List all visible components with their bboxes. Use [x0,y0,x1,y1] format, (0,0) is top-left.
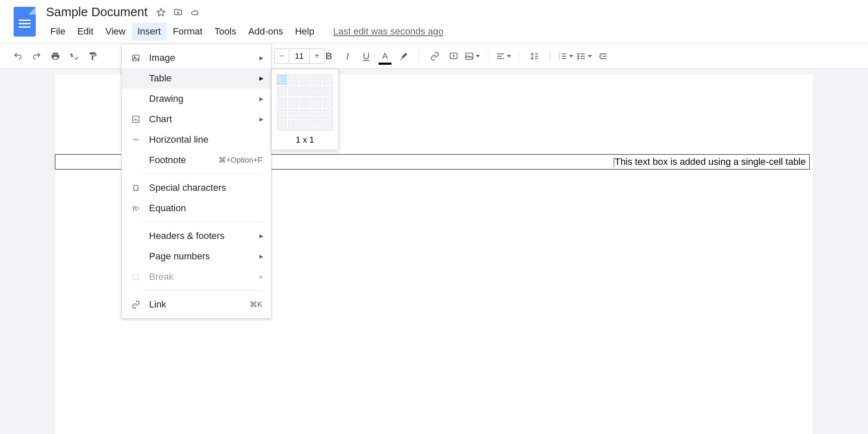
insert-headers-footers-item[interactable]: Headers & footers ▶ [122,226,271,246]
submenu-arrow-icon: ▶ [259,96,263,102]
app-header: Sample Document File Edit View Insert Fo… [0,0,868,44]
menu-divider [142,174,262,174]
picker-grid [277,75,333,131]
picker-cell[interactable] [300,121,310,131]
insert-horizontal-line-item[interactable]: Horizontal line [122,129,271,150]
decrease-indent-button[interactable] [595,49,611,64]
menu-label: Chart [149,114,262,125]
insert-page-numbers-item[interactable]: Page numbers ▶ [122,246,271,267]
insert-dropdown: Image ▶ Table ▶ Drawing ▶ Chart ▶ Horizo… [121,44,271,319]
picker-cell[interactable] [300,98,310,108]
bold-button[interactable]: B [321,49,336,64]
paint-format-button[interactable] [85,49,101,64]
spellcheck-button[interactable] [66,49,82,64]
menu-label: Equation [149,203,262,214]
picker-cell[interactable] [311,121,322,131]
menu-format[interactable]: Format [167,23,209,40]
chart-icon [130,115,141,124]
picker-cell[interactable] [288,109,299,119]
menu-help[interactable]: Help [289,23,320,40]
insert-equation-item[interactable]: π2 Equation [122,198,271,218]
picker-cell[interactable] [323,75,333,85]
picker-cell[interactable] [277,86,287,96]
undo-button[interactable] [10,49,26,64]
bulleted-list-button[interactable] [577,49,592,64]
picker-cell[interactable] [300,75,310,85]
align-button[interactable] [496,49,511,64]
print-button[interactable] [48,49,63,64]
italic-button[interactable]: I [340,49,355,64]
menu-label: Horizontal line [149,134,262,145]
svg-point-7 [578,55,579,57]
picker-cell[interactable] [323,98,333,108]
link-icon [130,300,141,309]
picker-cell[interactable] [277,121,287,131]
submenu-arrow-icon: ▶ [259,274,263,280]
insert-drawing-item[interactable]: Drawing ▶ [122,89,271,109]
picker-cell[interactable] [311,109,322,119]
svg-rect-12 [133,274,138,279]
picker-cell[interactable] [300,86,310,96]
picker-cell[interactable] [288,98,299,108]
font-size-value[interactable]: 11 [289,49,310,63]
move-icon[interactable] [172,7,184,18]
redo-button[interactable] [29,49,44,64]
insert-link-button[interactable] [427,49,443,64]
menu-label: Special characters [149,182,262,193]
title-row: Sample Document [44,4,443,20]
svg-text:3: 3 [559,57,560,60]
document-title[interactable]: Sample Document [44,4,149,20]
last-edit-link[interactable]: Last edit was seconds ago [333,23,443,40]
insert-image-item[interactable]: Image ▶ [122,48,271,68]
insert-link-item[interactable]: Link ⌘K [122,294,271,315]
picker-cell[interactable] [288,86,299,96]
insert-special-characters-item[interactable]: Ω Special characters [122,178,271,198]
menu-file[interactable]: File [44,23,71,40]
cloud-status-icon[interactable] [190,7,201,18]
picker-cell[interactable] [288,121,299,131]
numbered-list-button[interactable]: 123 [558,49,573,64]
menu-edit[interactable]: Edit [71,23,99,40]
menu-label: Drawing [149,93,262,104]
picker-cell[interactable] [323,121,333,131]
star-icon[interactable] [155,7,167,18]
insert-chart-item[interactable]: Chart ▶ [122,109,271,129]
picker-cell[interactable] [311,86,322,96]
textbox-content[interactable]: This text box is added using a single-ce… [615,156,806,167]
line-spacing-button[interactable] [527,49,542,64]
text-color-button[interactable]: A [377,49,393,64]
insert-table-item[interactable]: Table ▶ [122,68,271,89]
picker-cell[interactable] [277,75,287,85]
menubar: File Edit View Insert Format Tools Add-o… [44,23,443,40]
table-size-picker: 1 x 1 [271,69,339,150]
svg-marker-0 [157,8,164,15]
horizontal-line-icon [130,135,141,144]
break-icon [130,273,141,281]
menu-addons[interactable]: Add-ons [242,23,289,40]
add-comment-button[interactable] [446,49,461,64]
docs-logo-icon[interactable] [14,7,36,37]
picker-cell[interactable] [277,98,287,108]
picker-cell[interactable] [288,75,299,85]
insert-break-item: Break ▶ [122,267,271,287]
menu-tools[interactable]: Tools [208,23,242,40]
svg-point-8 [578,58,579,59]
picker-cell[interactable] [311,98,322,108]
picker-cell[interactable] [311,75,322,85]
submenu-arrow-icon: ▶ [259,55,263,61]
picker-cell[interactable] [300,109,310,119]
highlight-button[interactable] [396,49,411,64]
menu-view[interactable]: View [99,23,131,40]
menu-label: Page numbers [149,251,262,262]
image-icon [130,54,141,62]
font-size-decrease[interactable]: − [275,49,289,63]
shortcut-label: ⌘+Option+F [218,155,262,165]
insert-footnote-item[interactable]: Footnote ⌘+Option+F [122,150,271,170]
picker-cell[interactable] [277,109,287,119]
toolbar-divider [550,50,550,62]
picker-cell[interactable] [323,109,333,119]
underline-button[interactable]: U [359,49,374,64]
menu-insert[interactable]: Insert [132,23,167,40]
insert-image-button[interactable] [465,49,480,64]
picker-cell[interactable] [323,86,333,96]
